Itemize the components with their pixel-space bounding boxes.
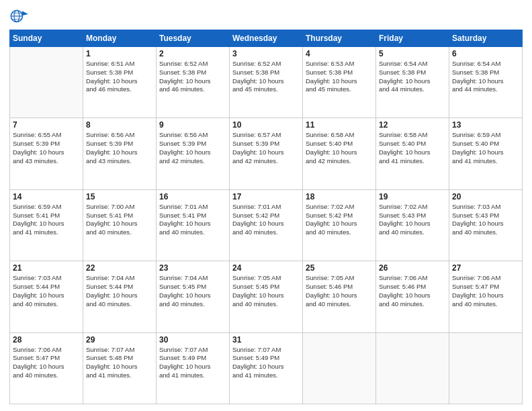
calendar-page: SundayMondayTuesdayWednesdayThursdayFrid… [0, 0, 532, 411]
day-number: 7 [13, 120, 80, 130]
calendar-cell: 28Sunrise: 7:06 AM Sunset: 5:47 PM Dayli… [10, 332, 83, 404]
calendar-cell [376, 332, 449, 404]
day-number: 22 [86, 263, 153, 273]
day-info: Sunrise: 6:53 AM Sunset: 5:38 PM Dayligh… [306, 60, 373, 94]
calendar-cell: 5Sunrise: 6:54 AM Sunset: 5:38 PM Daylig… [376, 47, 449, 118]
day-number: 16 [159, 192, 226, 201]
day-info: Sunrise: 7:07 AM Sunset: 5:48 PM Dayligh… [86, 346, 153, 380]
calendar-cell: 6Sunrise: 6:54 AM Sunset: 5:38 PM Daylig… [449, 47, 523, 118]
calendar-cell: 1Sunrise: 6:51 AM Sunset: 5:38 PM Daylig… [83, 47, 157, 118]
calendar-cell: 27Sunrise: 7:06 AM Sunset: 5:47 PM Dayli… [449, 261, 523, 332]
day-number: 2 [159, 49, 226, 58]
day-number: 26 [379, 263, 446, 273]
day-info: Sunrise: 7:06 AM Sunset: 5:47 PM Dayligh… [13, 346, 80, 380]
day-info: Sunrise: 6:56 AM Sunset: 5:39 PM Dayligh… [159, 131, 226, 165]
day-info: Sunrise: 7:06 AM Sunset: 5:47 PM Dayligh… [452, 274, 519, 308]
day-number: 5 [379, 49, 446, 58]
day-number: 3 [232, 49, 300, 58]
calendar-cell [303, 332, 376, 404]
day-number: 23 [159, 263, 226, 273]
day-number: 20 [452, 192, 519, 201]
calendar-cell: 30Sunrise: 7:07 AM Sunset: 5:49 PM Dayli… [157, 332, 230, 404]
day-number: 29 [86, 335, 153, 345]
day-info: Sunrise: 7:05 AM Sunset: 5:45 PM Dayligh… [232, 274, 300, 308]
day-info: Sunrise: 6:54 AM Sunset: 5:38 PM Dayligh… [452, 60, 519, 94]
day-number: 15 [86, 192, 153, 201]
logo-icon [9, 7, 28, 26]
day-number: 13 [452, 120, 519, 130]
calendar-week-row: 21Sunrise: 7:03 AM Sunset: 5:44 PM Dayli… [10, 261, 523, 332]
day-number: 18 [306, 192, 373, 201]
calendar-cell: 14Sunrise: 6:59 AM Sunset: 5:41 PM Dayli… [10, 189, 83, 261]
day-number: 8 [86, 120, 153, 130]
header [9, 7, 523, 26]
day-info: Sunrise: 7:01 AM Sunset: 5:42 PM Dayligh… [232, 203, 300, 237]
weekday-header-friday: Friday [376, 30, 449, 47]
calendar-cell: 7Sunrise: 6:55 AM Sunset: 5:39 PM Daylig… [10, 118, 83, 189]
calendar-cell: 12Sunrise: 6:58 AM Sunset: 5:40 PM Dayli… [376, 118, 449, 189]
day-info: Sunrise: 7:05 AM Sunset: 5:46 PM Dayligh… [306, 274, 373, 308]
weekday-header-tuesday: Tuesday [157, 30, 230, 47]
day-info: Sunrise: 6:54 AM Sunset: 5:38 PM Dayligh… [379, 60, 446, 94]
day-info: Sunrise: 7:02 AM Sunset: 5:43 PM Dayligh… [379, 203, 446, 237]
calendar-cell: 18Sunrise: 7:02 AM Sunset: 5:42 PM Dayli… [303, 189, 376, 261]
calendar-cell: 10Sunrise: 6:57 AM Sunset: 5:39 PM Dayli… [230, 118, 303, 189]
calendar-cell [10, 47, 83, 118]
day-number: 31 [232, 335, 300, 345]
day-number: 27 [452, 263, 519, 273]
day-info: Sunrise: 6:58 AM Sunset: 5:40 PM Dayligh… [379, 131, 446, 165]
day-info: Sunrise: 7:06 AM Sunset: 5:46 PM Dayligh… [379, 274, 446, 308]
day-number: 6 [452, 49, 519, 58]
svg-marker-6 [22, 11, 28, 15]
day-number: 28 [13, 335, 80, 345]
day-info: Sunrise: 7:07 AM Sunset: 5:49 PM Dayligh… [159, 346, 226, 380]
day-number: 21 [13, 263, 80, 273]
day-info: Sunrise: 7:07 AM Sunset: 5:49 PM Dayligh… [232, 346, 300, 380]
day-number: 19 [379, 192, 446, 201]
day-info: Sunrise: 7:04 AM Sunset: 5:44 PM Dayligh… [86, 274, 153, 308]
calendar-table: SundayMondayTuesdayWednesdayThursdayFrid… [9, 30, 523, 404]
day-info: Sunrise: 6:59 AM Sunset: 5:41 PM Dayligh… [13, 203, 80, 237]
day-info: Sunrise: 7:01 AM Sunset: 5:41 PM Dayligh… [159, 203, 226, 237]
day-number: 4 [306, 49, 373, 58]
day-number: 14 [13, 192, 80, 201]
weekday-header-monday: Monday [83, 30, 157, 47]
day-number: 11 [306, 120, 373, 130]
calendar-cell: 16Sunrise: 7:01 AM Sunset: 5:41 PM Dayli… [157, 189, 230, 261]
day-info: Sunrise: 7:03 AM Sunset: 5:44 PM Dayligh… [13, 274, 80, 308]
calendar-cell [449, 332, 523, 404]
weekday-header-wednesday: Wednesday [230, 30, 303, 47]
calendar-cell: 26Sunrise: 7:06 AM Sunset: 5:46 PM Dayli… [376, 261, 449, 332]
day-number: 24 [232, 263, 300, 273]
calendar-cell: 31Sunrise: 7:07 AM Sunset: 5:49 PM Dayli… [230, 332, 303, 404]
calendar-cell: 13Sunrise: 6:59 AM Sunset: 5:40 PM Dayli… [449, 118, 523, 189]
day-number: 17 [232, 192, 300, 201]
calendar-cell: 3Sunrise: 6:52 AM Sunset: 5:38 PM Daylig… [230, 47, 303, 118]
calendar-week-row: 28Sunrise: 7:06 AM Sunset: 5:47 PM Dayli… [10, 332, 523, 404]
calendar-week-row: 14Sunrise: 6:59 AM Sunset: 5:41 PM Dayli… [10, 189, 523, 261]
weekday-header-sunday: Sunday [10, 30, 83, 47]
calendar-cell: 21Sunrise: 7:03 AM Sunset: 5:44 PM Dayli… [10, 261, 83, 332]
calendar-week-row: 1Sunrise: 6:51 AM Sunset: 5:38 PM Daylig… [10, 47, 523, 118]
calendar-cell: 22Sunrise: 7:04 AM Sunset: 5:44 PM Dayli… [83, 261, 157, 332]
calendar-cell: 9Sunrise: 6:56 AM Sunset: 5:39 PM Daylig… [157, 118, 230, 189]
weekday-header-saturday: Saturday [449, 30, 523, 47]
calendar-cell: 11Sunrise: 6:58 AM Sunset: 5:40 PM Dayli… [303, 118, 376, 189]
calendar-cell: 15Sunrise: 7:00 AM Sunset: 5:41 PM Dayli… [83, 189, 157, 261]
day-number: 10 [232, 120, 300, 130]
calendar-cell: 24Sunrise: 7:05 AM Sunset: 5:45 PM Dayli… [230, 261, 303, 332]
day-info: Sunrise: 6:52 AM Sunset: 5:38 PM Dayligh… [232, 60, 300, 94]
day-info: Sunrise: 6:59 AM Sunset: 5:40 PM Dayligh… [452, 131, 519, 165]
day-info: Sunrise: 7:04 AM Sunset: 5:45 PM Dayligh… [159, 274, 226, 308]
day-info: Sunrise: 7:02 AM Sunset: 5:42 PM Dayligh… [306, 203, 373, 237]
day-number: 12 [379, 120, 446, 130]
day-info: Sunrise: 6:52 AM Sunset: 5:38 PM Dayligh… [159, 60, 226, 94]
calendar-week-row: 7Sunrise: 6:55 AM Sunset: 5:39 PM Daylig… [10, 118, 523, 189]
calendar-cell: 25Sunrise: 7:05 AM Sunset: 5:46 PM Dayli… [303, 261, 376, 332]
calendar-cell: 29Sunrise: 7:07 AM Sunset: 5:48 PM Dayli… [83, 332, 157, 404]
day-info: Sunrise: 6:58 AM Sunset: 5:40 PM Dayligh… [306, 131, 373, 165]
day-number: 25 [306, 263, 373, 273]
calendar-cell: 19Sunrise: 7:02 AM Sunset: 5:43 PM Dayli… [376, 189, 449, 261]
day-number: 9 [159, 120, 226, 130]
calendar-cell: 8Sunrise: 6:56 AM Sunset: 5:39 PM Daylig… [83, 118, 157, 189]
